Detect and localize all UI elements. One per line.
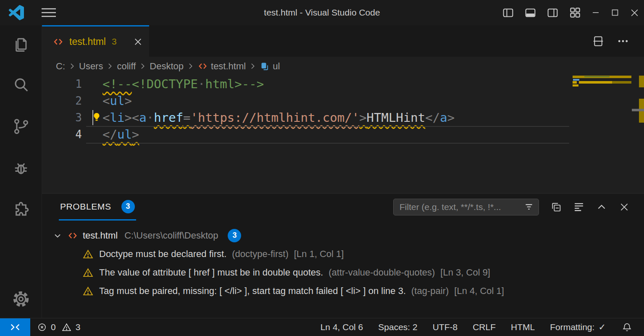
- error-icon: [37, 322, 47, 332]
- problems-tree: test.html C:\Users\coliff\Desktop 3 Doct…: [42, 220, 644, 300]
- close-panel-icon[interactable]: [613, 194, 636, 220]
- problems-title: PROBLEMS: [60, 202, 111, 212]
- code-line-4[interactable]: 4</ul>: [42, 126, 644, 143]
- settings-gear-icon[interactable]: [0, 289, 42, 309]
- line-number: 3: [42, 109, 82, 126]
- minimap[interactable]: [573, 76, 631, 88]
- cursor-position[interactable]: Ln 4, Col 6: [321, 322, 363, 332]
- line-number: 1: [42, 76, 82, 92]
- problems-file-path: C:\Users\coliff\Desktop: [124, 230, 218, 241]
- collapse-all-icon[interactable]: [545, 194, 568, 220]
- customize-layout-icon[interactable]: [564, 0, 586, 25]
- editor-group: test.html 3 C:UserscoliffDesktoptest.htm…: [42, 25, 644, 318]
- warning-icon: [82, 286, 94, 297]
- html-file-icon: [67, 230, 78, 241]
- title-bar: test.html - Visual Studio Code: [0, 0, 644, 25]
- tab-test-html[interactable]: test.html 3: [42, 25, 149, 57]
- problem-row[interactable]: Doctype must be declared first.(doctype-…: [42, 245, 644, 263]
- activity-bar: [0, 25, 42, 318]
- chevron-right-icon: [68, 63, 76, 70]
- eol-sequence[interactable]: CRLF: [473, 322, 496, 332]
- check-icon: ✓: [598, 322, 606, 332]
- code-editor[interactable]: 1<!--<!DOCTYPE·html>-->2<ul>3<li><a·href…: [42, 76, 644, 193]
- warning-icon: [82, 267, 94, 278]
- breadcrumb-item-c[interactable]: C:: [56, 61, 65, 72]
- notifications-bell-icon[interactable]: [622, 322, 632, 333]
- chevron-right-icon: [106, 63, 113, 70]
- problems-file-name: test.html: [83, 230, 118, 241]
- split-editor-icon[interactable]: [592, 35, 605, 47]
- breadcrumb-item-coliff[interactable]: coliff: [117, 61, 136, 72]
- status-problems[interactable]: 0 3: [37, 322, 80, 333]
- source-control-icon[interactable]: [0, 105, 42, 147]
- toggle-secondary-sidebar-icon[interactable]: [541, 0, 564, 25]
- chevron-down-icon[interactable]: [53, 231, 63, 241]
- line-number: 2: [42, 92, 82, 109]
- indentation[interactable]: Spaces: 2: [378, 322, 417, 332]
- tab-problem-count: 3: [112, 37, 117, 47]
- status-bar: 0 3 Ln 4, Col 6 Spaces: 2 UTF-8 CRLF HTM…: [0, 318, 644, 336]
- warning-count: 3: [76, 322, 81, 332]
- run-and-debug-icon[interactable]: [0, 147, 42, 189]
- extensions-icon[interactable]: [0, 189, 42, 230]
- chevron-right-icon: [249, 63, 256, 70]
- language-mode[interactable]: HTML: [511, 322, 535, 332]
- chevron-right-icon: [139, 63, 146, 70]
- code-line-3[interactable]: 3<li><a·href='https://htmlhint.com/'>HTM…: [42, 109, 644, 126]
- tab-close-icon[interactable]: [134, 37, 142, 46]
- file-problems-badge: 3: [228, 229, 241, 242]
- explorer-icon[interactable]: [0, 25, 42, 64]
- remote-indicator[interactable]: [0, 318, 30, 336]
- filter-icon: [523, 202, 534, 213]
- html-file-icon: [53, 36, 64, 47]
- tab-problems[interactable]: PROBLEMS 3: [59, 194, 136, 220]
- breadcrumb-item-ul[interactable]: ul: [260, 61, 280, 72]
- lightbulb-icon[interactable]: [92, 112, 101, 123]
- close-window-icon[interactable]: [625, 0, 644, 25]
- minimize-icon[interactable]: [586, 0, 605, 25]
- breadcrumb: C:UserscoliffDesktoptest.htmlul: [42, 57, 644, 76]
- formatting-status[interactable]: Formatting: ✓: [550, 322, 606, 332]
- code-line-2[interactable]: 2<ul>: [42, 92, 644, 109]
- problems-filter-input[interactable]: [400, 202, 523, 212]
- chevron-right-icon: [187, 63, 194, 70]
- tab-label: test.html: [69, 36, 106, 47]
- problems-filter-box[interactable]: [393, 199, 539, 215]
- line-number: 4: [42, 126, 82, 143]
- more-actions-icon[interactable]: [617, 35, 629, 47]
- problems-file-row[interactable]: test.html C:\Users\coliff\Desktop 3: [42, 226, 644, 245]
- view-as-tree-icon[interactable]: [568, 194, 590, 220]
- tab-strip: test.html 3: [42, 25, 644, 57]
- toggle-primary-sidebar-icon[interactable]: [497, 0, 519, 25]
- problems-panel: PROBLEMS 3: [42, 193, 644, 318]
- warning-icon: [82, 249, 94, 260]
- code-line-1[interactable]: 1<!--<!DOCTYPE·html>-->: [42, 76, 644, 92]
- breadcrumb-item-desktop[interactable]: Desktop: [150, 61, 184, 72]
- maximize-icon[interactable]: [605, 0, 625, 25]
- problem-row[interactable]: Tag must be paired, missing: [ </li> ], …: [42, 282, 644, 300]
- error-count: 0: [51, 322, 56, 332]
- breadcrumb-item-users[interactable]: Users: [79, 61, 103, 72]
- search-icon[interactable]: [0, 64, 42, 105]
- maximize-panel-icon[interactable]: [590, 194, 613, 220]
- vscode-logo-icon: [9, 5, 24, 20]
- toggle-panel-icon[interactable]: [519, 0, 541, 25]
- problems-count-badge: 3: [121, 200, 135, 213]
- warning-icon: [61, 322, 72, 333]
- menu-icon[interactable]: [41, 8, 56, 18]
- problem-row[interactable]: The value of attribute [ href ] must be …: [42, 263, 644, 282]
- overview-ruler: [639, 76, 644, 193]
- encoding[interactable]: UTF-8: [433, 322, 458, 332]
- breadcrumb-item-testhtml[interactable]: test.html: [197, 61, 246, 72]
